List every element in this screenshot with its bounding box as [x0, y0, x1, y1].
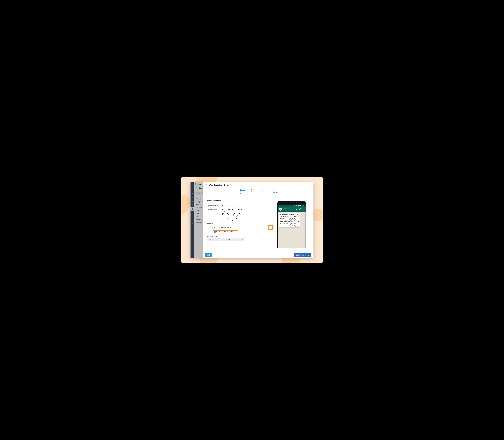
brand-icon	[195, 183, 196, 185]
bg-nav-item-label: SMS	[196, 216, 198, 217]
brand-logo-text: Notify	[194, 182, 203, 186]
sidebar-icon-dashboard[interactable]	[191, 192, 194, 195]
template-text-value: Hey there! Check out our latest collecti…	[222, 209, 247, 221]
app-window: Notify All Camp CampaignTemplateRetarget…	[191, 182, 313, 258]
step-recipients[interactable]: 1Recipients	[238, 189, 244, 194]
step-label: Review	[260, 192, 264, 194]
svg-rect-4	[192, 190, 193, 190]
bg-nav-item[interactable]: App Push	[194, 209, 203, 212]
chat-area: SUMMER FASHION TRENDS!!! Hey there! Chec…	[278, 212, 306, 248]
svg-rect-30	[300, 205, 301, 206]
close-button[interactable]: ✕	[204, 184, 207, 188]
svg-rect-21	[196, 201, 196, 201]
variable-input[interactable]	[212, 226, 267, 229]
message-body: Hey there! Check out our latest collecti…	[280, 216, 299, 226]
pencil-icon	[237, 206, 238, 206]
svg-rect-11	[193, 205, 193, 206]
sidebar-icon-doc[interactable]	[191, 222, 194, 226]
stepper: 1Recipients2Content3Review4Send/Schedule	[203, 188, 313, 196]
more-icon: ⋮	[302, 208, 305, 210]
svg-rect-10	[192, 205, 192, 206]
svg-rect-26	[298, 206, 298, 206]
bg-nav-item-label: Engagem	[197, 201, 203, 203]
step-review[interactable]: 3Review	[260, 189, 264, 194]
step-content[interactable]: 2Content	[250, 189, 254, 194]
bg-nav-item-label: Notification	[196, 221, 202, 223]
step-number: 2	[251, 189, 253, 192]
variables-label: Variables	[207, 223, 273, 224]
step-number: 3	[261, 189, 263, 192]
panel-title: WhatsApp Campaign > ID - 12009	[205, 184, 231, 186]
decor-blob	[182, 194, 192, 216]
svg-rect-14	[192, 213, 193, 213]
sidebar-icon-image[interactable]	[191, 215, 194, 219]
svg-rect-3	[192, 190, 192, 190]
card-title: Campaign Content	[205, 198, 275, 203]
bg-nav-item[interactable]: Email	[194, 212, 203, 215]
sidebar-icon-list[interactable]	[191, 211, 194, 215]
bg-nav-item[interactable]: Retargeting	[194, 197, 203, 200]
sidebar-icon-analytics[interactable]	[191, 195, 194, 199]
bg-nav-item-label: Template	[196, 195, 201, 197]
avatar	[279, 208, 282, 211]
bg-nav-item[interactable]: Web Push	[194, 206, 203, 209]
user-icon	[280, 208, 281, 210]
bg-nav-item-label: Campaign	[196, 192, 202, 194]
step-send-schedule[interactable]: 4Send/Schedule	[269, 189, 279, 194]
service-provider-label: Service Provider	[207, 235, 273, 237]
bg-nav-item-label: Web Push	[196, 207, 202, 208]
bg-nav-item[interactable]: SMS	[194, 215, 203, 218]
svg-rect-25	[297, 206, 298, 206]
short-url-checkbox[interactable]: ✓	[214, 231, 216, 233]
brand-name: Notify	[197, 183, 202, 185]
insert-user-property-button[interactable]	[269, 226, 272, 229]
provider-select-1[interactable]: Kaleyra ▼	[207, 238, 225, 241]
svg-rect-31	[301, 205, 301, 206]
phone-clock: 11:57	[302, 205, 305, 206]
phone-preview: ☆ 11:	[275, 201, 309, 252]
step-number: 1	[240, 189, 242, 192]
icon-sidebar	[191, 182, 194, 258]
svg-rect-0	[192, 189, 192, 189]
chat-user-status: online	[283, 209, 294, 211]
svg-rect-22	[196, 202, 196, 202]
bg-nav-item[interactable]: WhatsApp	[194, 218, 203, 221]
bg-nav-item[interactable]: Campaign	[194, 192, 203, 194]
battery-icon	[299, 205, 301, 206]
bg-nav-item-label: Retargeting	[196, 198, 202, 200]
sidebar-icon-structure[interactable]	[191, 203, 194, 207]
svg-point-32	[280, 208, 281, 209]
sidebar-icon-send[interactable]	[191, 207, 194, 211]
bg-nav-item[interactable]: Template	[194, 194, 203, 197]
star-icon: ☆	[294, 205, 295, 206]
signal-icon	[297, 205, 299, 206]
provider-select-2[interactable]: kaleyra_p ▼	[226, 238, 244, 241]
message-bubble: SUMMER FASHION TRENDS!!! Hey there! Chec…	[279, 213, 300, 227]
close-icon: ✕	[205, 185, 206, 187]
message-time: 11:55 AM	[295, 226, 299, 227]
template-text-label: Template Text :	[207, 209, 222, 221]
edit-template-button[interactable]	[237, 205, 239, 207]
bg-nav-item-label: Email	[196, 213, 199, 214]
step-label: Send/Schedule	[269, 192, 279, 194]
sidebar-icon-settings[interactable]	[191, 219, 194, 222]
template-name-label: Template Name :	[207, 205, 222, 207]
step-label: Content	[250, 192, 254, 194]
bg-nav-item[interactable]: Engagem	[194, 200, 203, 203]
sidebar-icon-users[interactable]	[191, 199, 194, 203]
back-button[interactable]: Back	[205, 253, 212, 257]
svg-point-24	[270, 227, 271, 227]
svg-point-7	[192, 201, 192, 201]
step-label: Recipients	[238, 192, 244, 194]
bg-nav-item-label: WhatsApp	[196, 219, 202, 220]
sidebar-icon-grid[interactable]	[191, 188, 194, 192]
bg-nav-title: All Camp	[196, 187, 203, 189]
wizard-panel: WhatsApp Campaign > ID - 12009 1Recipien…	[203, 182, 313, 258]
phone-icon	[295, 208, 298, 210]
svg-rect-1	[192, 189, 193, 189]
scrollbar[interactable]	[313, 182, 313, 188]
bg-nav-item[interactable]: Notification	[194, 221, 203, 224]
continue-button[interactable]: Continue To Review	[294, 253, 311, 257]
chat-user-name: User	[283, 208, 294, 209]
bg-nav-item[interactable]: Overview	[194, 203, 203, 206]
